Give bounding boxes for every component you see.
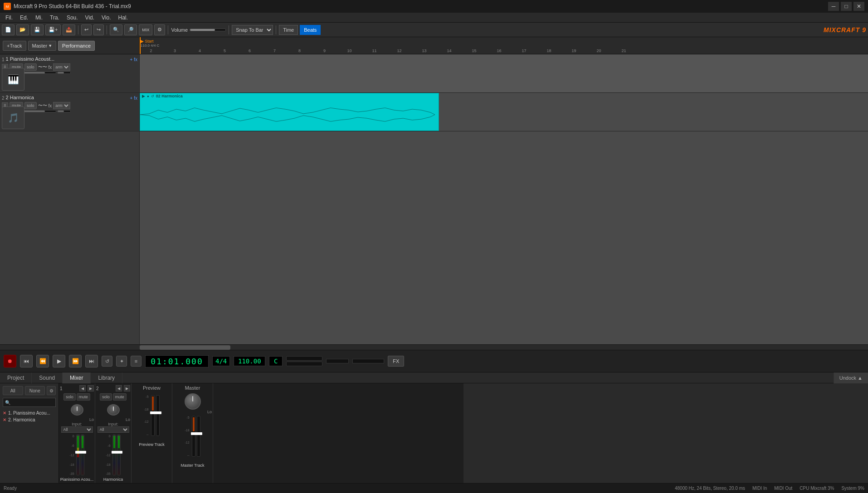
save-button[interactable]: 💾 — [31, 24, 44, 35]
playhead[interactable] — [140, 37, 141, 54]
track-pan-slider-2[interactable] — [57, 110, 71, 112]
channel-2-fader-thumb-2[interactable] — [116, 451, 122, 454]
undock-button[interactable]: Undock ▲ — [834, 372, 868, 383]
channel-2-expand2[interactable]: ▶ — [124, 385, 130, 392]
rewind-button[interactable]: ⏪ — [36, 355, 49, 367]
channel-1-expand2[interactable]: ▶ — [88, 385, 94, 392]
add-track-button[interactable]: +Track — [3, 41, 26, 51]
track-arm-select-2[interactable]: arm — [53, 102, 70, 109]
time-button[interactable]: Time — [279, 25, 298, 35]
minimize-button[interactable]: ─ — [828, 2, 839, 11]
channel-1-knob[interactable] — [71, 404, 83, 416]
track-arm-select-1[interactable]: arm — [53, 63, 70, 71]
export-button[interactable]: 📤 — [63, 24, 75, 35]
mixer-track-x-2[interactable]: ✕ — [3, 417, 6, 422]
master-button[interactable]: Master ▼ — [28, 41, 57, 51]
track-fx-add-1[interactable]: + fx — [130, 57, 137, 62]
close-button[interactable]: ✕ — [853, 2, 864, 11]
fast-forward-button[interactable]: ⏩ — [69, 355, 82, 367]
master-fader-track-1[interactable] — [192, 416, 195, 457]
timeline-scroll[interactable] — [0, 344, 868, 350]
menu-edit[interactable]: Ed. — [16, 14, 32, 22]
preview-fader-track-1[interactable] — [151, 395, 155, 436]
track-solo-2[interactable]: solo — [24, 102, 37, 109]
mixer-settings-button[interactable]: ⚙ — [47, 386, 56, 395]
track-pan-slider-1[interactable] — [57, 72, 71, 74]
menu-mix[interactable]: Mi. — [32, 14, 46, 22]
channel-2-expand[interactable]: ◀ — [116, 385, 122, 392]
channel-2-solo[interactable]: solo — [100, 393, 112, 401]
fast-forward-end-button[interactable]: ⏭ — [85, 355, 98, 367]
timeline-scrollbar-thumb[interactable] — [140, 345, 230, 350]
fx-button[interactable]: FX — [388, 356, 404, 367]
mixer-track-item-2[interactable]: ✕ 2. Harmonica — [3, 416, 56, 423]
beats-button[interactable]: Beats — [300, 25, 321, 35]
filter-all-button[interactable]: All — [3, 386, 23, 395]
track-wave-icon-2[interactable]: 〜〜 — [38, 102, 47, 109]
volume-slider[interactable] — [190, 29, 226, 31]
key-display[interactable]: C — [269, 356, 283, 366]
snap-to-bar-select[interactable]: Snap To Bar — [232, 25, 273, 35]
channel-1-mute[interactable]: mute — [77, 393, 90, 401]
menu-video[interactable]: Vid. — [82, 14, 98, 22]
tab-mixer[interactable]: Mixer — [63, 372, 91, 383]
tab-library[interactable]: Library — [91, 372, 122, 383]
track-solo-1[interactable]: solo — [24, 63, 37, 71]
track-fx-label-1[interactable]: fx — [49, 65, 52, 70]
performance-button[interactable]: Performance — [58, 41, 95, 51]
mixer-track-x-1[interactable]: ✕ — [3, 411, 6, 416]
track-content-2[interactable]: ▶ ● ↺ 02 Harmonica — [140, 93, 868, 131]
save-as-button[interactable]: 💾+ — [45, 24, 61, 35]
channel-2-fader-track-1[interactable] — [112, 435, 116, 475]
menu-file[interactable]: Fil. — [2, 14, 16, 22]
master-fader-track-2[interactable] — [197, 416, 200, 457]
channel-2-mute[interactable]: mute — [113, 393, 127, 401]
channel-2-knob[interactable] — [107, 404, 120, 416]
record-button[interactable]: ⏺ — [4, 355, 16, 367]
track-content-1[interactable] — [140, 54, 868, 92]
mixdown-button[interactable]: MIX — [139, 24, 152, 35]
mixer-search-input[interactable] — [3, 398, 56, 407]
loop-button[interactable]: ↺ — [102, 356, 112, 367]
harmonica-clip[interactable]: ▶ ● ↺ 02 Harmonica — [140, 93, 439, 131]
menu-track[interactable]: Tra. — [46, 14, 63, 22]
punch-button[interactable]: ✦ — [116, 356, 127, 367]
master-knob[interactable] — [185, 393, 201, 410]
channel-1-solo[interactable]: solo — [63, 393, 76, 401]
redo-button[interactable]: ↪ — [93, 24, 104, 35]
rewind-start-button[interactable]: ⏮ — [20, 355, 33, 367]
open-button[interactable]: 📂 — [16, 24, 29, 35]
menu-view[interactable]: Vio. — [98, 14, 114, 22]
channel-1-expand[interactable]: ◀ — [79, 385, 86, 392]
settings-button[interactable]: ⚙ — [154, 24, 165, 35]
menu-help[interactable]: Hal. — [115, 14, 132, 22]
menu-sound[interactable]: Sou. — [63, 14, 82, 22]
channel-1-fader-thumb-2[interactable] — [80, 451, 86, 454]
undo-button[interactable]: ↩ — [81, 24, 92, 35]
track-instrument-1[interactable]: 🎹 — [2, 68, 24, 91]
search-button[interactable]: 🔍 — [110, 24, 122, 35]
search2-button[interactable]: 🔎 — [124, 24, 137, 35]
new-button[interactable]: 📄 — [2, 24, 15, 35]
channel-1-fader-track-1[interactable] — [76, 435, 80, 475]
preview-fader-track-2[interactable] — [156, 395, 160, 436]
filter-none-button[interactable]: None — [25, 386, 45, 395]
bpm-display[interactable]: 110.00 — [234, 356, 265, 366]
separator-5 — [276, 25, 276, 34]
tab-project[interactable]: Project — [0, 372, 32, 383]
track-wave-icon-1[interactable]: 〜〜 — [38, 64, 47, 70]
mix-button[interactable]: ≡ — [131, 356, 141, 367]
channel-1-input-select[interactable]: All — [61, 426, 93, 433]
mixer-track-item-1[interactable]: ✕ 1. Pianissimo Acou... — [3, 410, 56, 416]
track-instrument-2[interactable]: 🎵 — [2, 106, 24, 129]
tab-sound[interactable]: Sound — [32, 372, 63, 383]
channel-1-fader-track-2[interactable] — [81, 435, 84, 475]
track-fx-add-2[interactable]: + fx — [130, 96, 137, 101]
track-fx-label-2[interactable]: fx — [49, 103, 52, 108]
maximize-button[interactable]: □ — [841, 2, 852, 11]
channel-2-fader-track-2[interactable] — [117, 435, 121, 475]
play-button[interactable]: ▶ — [53, 355, 65, 367]
channel-2-input-select[interactable]: All — [98, 426, 129, 433]
master-fader-thumb-2[interactable] — [196, 432, 202, 435]
preview-fader-thumb-2[interactable] — [155, 411, 161, 414]
